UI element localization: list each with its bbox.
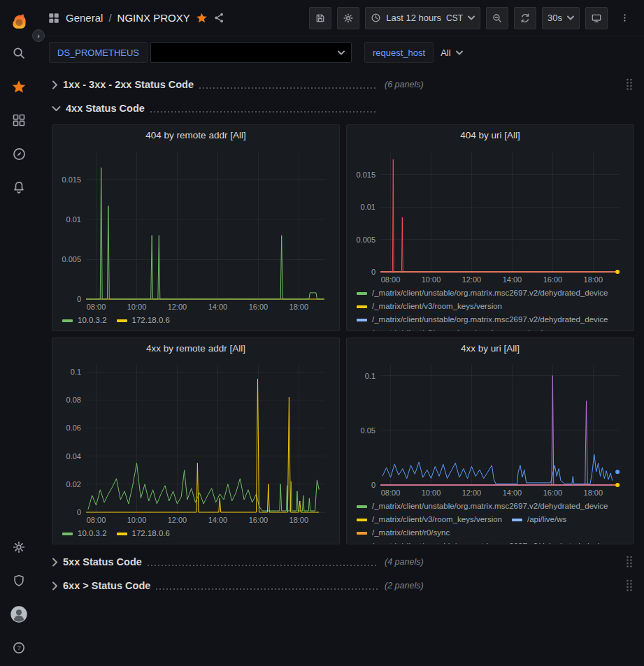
sidebar-expand-button[interactable]: › bbox=[32, 29, 45, 42]
timeseries-chart[interactable]: 00.020.040.060.080.108:0010:0012:0014:00… bbox=[55, 359, 336, 526]
cycle-view-mode-button[interactable] bbox=[585, 7, 608, 29]
sidebar-item-profile[interactable] bbox=[0, 598, 38, 631]
sidebar-item-alerting[interactable] bbox=[0, 171, 38, 204]
refresh-interval-label: 30s bbox=[548, 13, 562, 23]
row-title: 5xx Status Code bbox=[63, 556, 142, 567]
save-dashboard-button[interactable] bbox=[309, 7, 331, 29]
svg-text:14:00: 14:00 bbox=[503, 275, 522, 284]
legend-item[interactable]: /_matrix/client/unstable/org.matrix.msc2… bbox=[357, 500, 608, 512]
panel-title[interactable]: 4xx by uri [All] bbox=[347, 338, 634, 359]
legend-series-label: /_matrix/client/r0/sync bbox=[372, 527, 450, 539]
timeseries-chart[interactable]: 00.050.108:0010:0012:0014:0016:0018:00 bbox=[350, 359, 631, 499]
legend-series-label: 10.0.3.2 bbox=[78, 314, 107, 326]
legend-item[interactable]: /_matrix/client/unstable/org.matrix.msc2… bbox=[357, 287, 608, 299]
share-icon[interactable] bbox=[213, 12, 225, 24]
panel-title[interactable]: 404 by uri [All] bbox=[347, 125, 634, 146]
legend-item[interactable]: 172.18.0.6 bbox=[117, 528, 170, 540]
svg-text:18:00: 18:00 bbox=[584, 488, 603, 497]
svg-text:0: 0 bbox=[77, 508, 81, 516]
star-icon bbox=[11, 79, 27, 94]
grafana-logo[interactable] bbox=[8, 6, 29, 36]
more-options-button[interactable] bbox=[613, 7, 636, 29]
svg-text:0.01: 0.01 bbox=[361, 203, 375, 211]
panel-title[interactable]: 4xx by remote addr [All] bbox=[52, 338, 339, 359]
panel-title[interactable]: 404 by remote addr [All] bbox=[52, 125, 339, 146]
time-range-picker[interactable]: Last 12 hours CST bbox=[365, 7, 480, 29]
dashboard-settings-button[interactable] bbox=[337, 7, 359, 29]
svg-text:14:00: 14:00 bbox=[208, 303, 228, 311]
svg-text:12:00: 12:00 bbox=[462, 275, 482, 284]
legend-item[interactable]: /_matrix/client/v3/room_keys/version bbox=[357, 327, 502, 331]
row-drag-handle[interactable] bbox=[626, 556, 633, 568]
variable-datasource-label[interactable]: DS_PROMETHEUS bbox=[49, 42, 148, 63]
legend-series-color bbox=[357, 519, 367, 521]
variable-request-host-label[interactable]: request_host bbox=[364, 42, 434, 63]
legend-item[interactable]: /_matrix/client/r0/sync bbox=[357, 527, 450, 539]
variables-bar: DS_PROMETHEUS request_host All bbox=[38, 36, 644, 70]
chart-legend: 10.0.3.2172.18.0.6 bbox=[52, 526, 339, 544]
sidebar-item-starred[interactable] bbox=[0, 70, 38, 103]
svg-text:0: 0 bbox=[77, 295, 81, 303]
svg-text:18:00: 18:00 bbox=[289, 516, 309, 524]
row-header-6xx[interactable]: 6xx > Status Code (2 panels) bbox=[52, 575, 634, 596]
row-header-1xx-3xx-2xx[interactable]: 1xx - 3xx - 2xx Status Code (6 panels) bbox=[52, 74, 634, 95]
legend-item[interactable]: /_matrix/client/v3/room_keys/version bbox=[357, 301, 502, 312]
svg-text:16:00: 16:00 bbox=[543, 488, 563, 497]
dashboard-content: 1xx - 3xx - 2xx Status Code (6 panels) 4… bbox=[38, 70, 644, 666]
chart-legend: /_matrix/client/unstable/org.matrix.msc2… bbox=[347, 499, 634, 544]
row-dotted-leader bbox=[199, 87, 378, 89]
row-drag-handle[interactable] bbox=[626, 78, 633, 91]
legend-item[interactable]: /_matrix/client/unstable/org.matrix.msc2… bbox=[357, 314, 608, 326]
svg-text:0.005: 0.005 bbox=[62, 255, 81, 263]
chart-legend: 10.0.3.2172.18.0.6 bbox=[52, 313, 339, 331]
time-range-label: Last 12 hours bbox=[386, 13, 441, 23]
dashboard-title[interactable]: NGINX PROXY bbox=[117, 12, 190, 24]
panel-4xx-by-uri: 4xx by uri [All] 00.050.108:0010:0012:00… bbox=[346, 338, 634, 544]
sidebar-item-search[interactable] bbox=[0, 36, 38, 70]
variable-request-host-select[interactable]: All bbox=[434, 42, 469, 63]
breadcrumb: General / NGINX PROXY bbox=[66, 12, 190, 24]
caret-down-icon bbox=[567, 15, 574, 20]
row-dotted-leader bbox=[150, 111, 378, 113]
svg-text:10:00: 10:00 bbox=[422, 488, 441, 497]
row-title: 6xx > Status Code bbox=[63, 580, 150, 591]
svg-text:12:00: 12:00 bbox=[168, 516, 187, 524]
legend-item[interactable]: /_matrix/client/unstable/org.matrix.msc2… bbox=[357, 540, 608, 544]
legend-series-label: 172.18.0.6 bbox=[132, 314, 170, 326]
sidebar-item-server-admin[interactable] bbox=[0, 564, 38, 598]
breadcrumb-folder[interactable]: General bbox=[66, 12, 103, 24]
refresh-interval-dropdown[interactable]: 30s bbox=[542, 7, 580, 29]
zoom-out-button[interactable] bbox=[486, 7, 508, 29]
legend-item[interactable]: /_matrix/client/v3/room_keys/version bbox=[357, 514, 502, 526]
sidebar-item-help[interactable]: ? bbox=[0, 631, 38, 665]
variable-datasource-select[interactable] bbox=[150, 42, 352, 63]
legend-series-color bbox=[357, 532, 367, 535]
row-header-5xx[interactable]: 5xx Status Code (4 panels) bbox=[52, 551, 634, 572]
svg-text:12:00: 12:00 bbox=[168, 303, 187, 311]
legend-item[interactable]: 10.0.3.2 bbox=[62, 528, 107, 540]
sidebar-item-settings[interactable] bbox=[0, 530, 38, 564]
sidebar-item-dashboards[interactable] bbox=[0, 103, 38, 137]
caret-down-icon bbox=[338, 50, 345, 55]
row-header-4xx[interactable]: 4xx Status Code bbox=[52, 98, 634, 119]
row-panel-count: (6 panels) bbox=[385, 80, 424, 89]
svg-text:0.05: 0.05 bbox=[361, 426, 375, 435]
sidebar-item-explore[interactable] bbox=[0, 137, 38, 171]
row-drag-handle[interactable] bbox=[626, 579, 633, 592]
row-panel-count: (2 panels) bbox=[385, 581, 424, 591]
refresh-button[interactable] bbox=[514, 7, 536, 29]
dashboards-icon bbox=[12, 113, 26, 127]
timeseries-chart[interactable]: 00.0050.010.01508:0010:0012:0014:0016:00… bbox=[55, 146, 336, 313]
timeseries-chart[interactable]: 00.0050.010.01508:0010:0012:0014:0016:00… bbox=[350, 146, 631, 286]
legend-series-color bbox=[357, 305, 367, 308]
svg-text:16:00: 16:00 bbox=[249, 516, 269, 524]
favorite-star-icon[interactable] bbox=[196, 12, 208, 24]
legend-item[interactable]: /sw.js bbox=[512, 327, 547, 331]
legend-item[interactable]: 172.18.0.6 bbox=[117, 314, 170, 326]
legend-item[interactable]: 10.0.3.2 bbox=[62, 314, 107, 326]
panel-4xx-by-remote-addr: 4xx by remote addr [All] 00.020.040.060.… bbox=[52, 338, 340, 544]
legend-series-color bbox=[512, 519, 522, 521]
svg-text:14:00: 14:00 bbox=[503, 488, 522, 497]
zoom-out-icon bbox=[492, 13, 503, 24]
legend-item[interactable]: /api/live/ws bbox=[512, 514, 566, 526]
